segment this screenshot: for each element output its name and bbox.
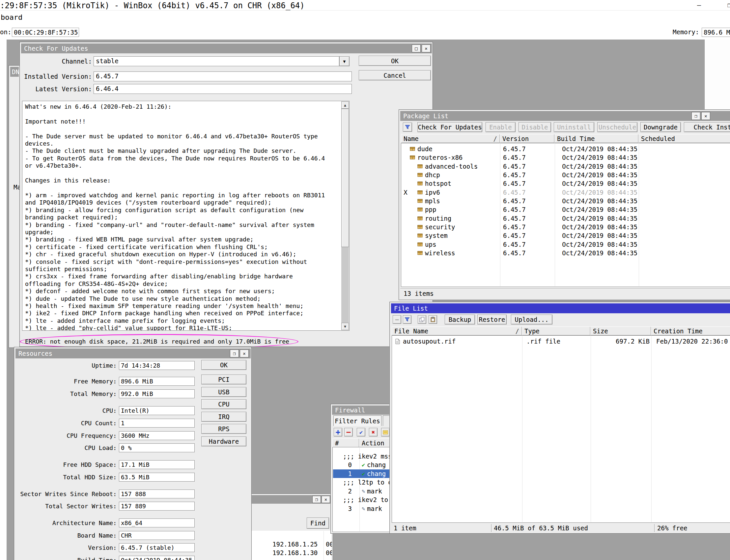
total-sector-writes-field[interactable]: 157 889 xyxy=(119,502,195,511)
dns-window-fragment: DN Ma xyxy=(9,65,20,348)
free-memory-field[interactable]: 896.6 MiB xyxy=(119,377,195,386)
cpu-field[interactable]: Intel(R) xyxy=(119,406,195,415)
pci-button[interactable]: PCI xyxy=(201,375,246,384)
disable-button[interactable]: Disable xyxy=(519,122,551,132)
tab-filter-rules[interactable]: Filter Rules xyxy=(333,415,381,426)
irq-button[interactable]: IRQ xyxy=(201,412,246,422)
table-row[interactable]: system6.45.7Oct/24/2019 08:44:35 xyxy=(402,231,730,240)
package-list-titlebar[interactable]: Package List ❐ ✕ xyxy=(400,111,730,121)
column-header-build-time[interactable]: Build Time xyxy=(554,134,638,143)
paste-button[interactable] xyxy=(429,315,437,324)
sector-writes-field[interactable]: 157 888 xyxy=(119,490,195,498)
channel-select[interactable]: stable xyxy=(94,56,339,66)
restore-button[interactable]: Restore xyxy=(477,315,507,324)
check-for-updates-titlebar[interactable]: Check For Updates □ ✕ xyxy=(21,43,432,53)
cpu-load-field[interactable]: 0 % xyxy=(119,443,195,452)
table-row[interactable]: wireless6.45.7Oct/24/2019 08:44:35 xyxy=(402,249,730,257)
column-header-version[interactable]: Version xyxy=(500,134,554,143)
restore-icon[interactable]: ❐ xyxy=(230,350,239,357)
table-row[interactable]: hotspot6.45.7Oct/24/2019 08:44:35 xyxy=(402,179,730,188)
table-row[interactable]: ppp6.45.7Oct/24/2019 08:44:35 xyxy=(402,205,730,214)
delete-file-button[interactable]: − xyxy=(393,315,401,324)
filter-icon[interactable] xyxy=(403,123,412,132)
scroll-down-icon[interactable]: ▼ xyxy=(341,323,349,330)
ok-button[interactable]: OK xyxy=(201,360,246,370)
uninstall-button[interactable]: Uninstall xyxy=(554,122,594,132)
disable-rule-button[interactable]: ✖ xyxy=(369,428,378,436)
channel-label: Channel: xyxy=(20,56,92,66)
build-time-field[interactable]: Oct/24/2019 08:44:35 xyxy=(119,556,195,560)
table-row[interactable]: mpls6.45.7Oct/24/2019 08:44:35 xyxy=(402,197,730,205)
filter-icon[interactable] xyxy=(403,315,411,324)
upload-button[interactable]: Upload... xyxy=(511,315,552,324)
installed-version-field[interactable]: 6.45.7 xyxy=(94,71,352,81)
table-row[interactable]: advanced-tools6.45.7Oct/24/2019 08:44:35 xyxy=(402,162,730,171)
close-icon[interactable]: ✕ xyxy=(240,350,249,357)
enable-rule-button[interactable]: ✔ xyxy=(357,428,365,436)
restore-icon[interactable]: ❐ xyxy=(312,496,321,503)
table-row[interactable]: ups6.45.7Oct/24/2019 08:44:35 xyxy=(402,240,730,249)
check-installation-button[interactable]: Check Insta xyxy=(684,122,730,132)
check-for-updates-button[interactable]: Check For Updates xyxy=(417,122,482,132)
menu-item-dashboard[interactable]: board xyxy=(1,13,22,21)
column-header-type[interactable]: Type xyxy=(522,326,590,335)
remove-rule-button[interactable]: − xyxy=(344,428,353,436)
table-row[interactable]: dhcp6.45.7Oct/24/2019 08:44:35 xyxy=(402,171,730,179)
hardware-button[interactable]: Hardware xyxy=(201,436,246,446)
total-memory-field[interactable]: 992.0 MiB xyxy=(119,389,195,398)
board-name-field[interactable]: CHR xyxy=(119,531,195,540)
package-icon xyxy=(417,216,423,221)
restore-icon[interactable]: ❐ xyxy=(691,112,700,120)
app-titlebar[interactable]: :29:8F:57:35 (MikroTik) - WinBox (64bit)… xyxy=(0,0,730,11)
scrollbar-thumb[interactable] xyxy=(341,109,349,247)
column-header-number[interactable]: # xyxy=(332,438,359,447)
resources-titlebar[interactable]: Resources ❐ ✕ xyxy=(15,349,251,358)
free-hdd-field[interactable]: 17.1 MiB xyxy=(119,460,195,469)
table-row[interactable]: security6.45.7Oct/24/2019 08:44:35 xyxy=(402,223,730,231)
downgrade-button[interactable]: Downgrade xyxy=(640,122,681,132)
resources-window: Resources ❐ ✕ Uptime:7d 14:34:28 Free Me… xyxy=(14,347,252,560)
cancel-button[interactable]: Cancel xyxy=(359,70,431,80)
total-hdd-field[interactable]: 63.5 MiB xyxy=(119,473,195,482)
cpu-button[interactable]: CPU xyxy=(201,399,246,409)
minimize-icon[interactable]: — xyxy=(693,0,705,10)
maximize-icon[interactable]: □ xyxy=(412,44,421,52)
column-header-file-name[interactable]: File Name / xyxy=(392,326,522,335)
uptime-field[interactable]: 7d 14:34:28 xyxy=(119,361,195,370)
copy-button[interactable] xyxy=(418,315,426,324)
column-header-creation-time[interactable]: Creation Time xyxy=(651,326,730,335)
changelog-scrollbar[interactable]: ▲ ▼ xyxy=(341,101,349,330)
file-list-titlebar[interactable]: File List xyxy=(391,303,730,313)
app-toolbar: on: 00:0C:29:8F:57:35 Memory: 896.6 Mi xyxy=(0,25,730,40)
find-button[interactable]: Find xyxy=(307,518,329,529)
close-icon[interactable]: ✕ xyxy=(701,112,710,120)
column-header-scheduled[interactable]: Scheduled xyxy=(638,134,730,143)
restore-icon[interactable]: ❐ xyxy=(723,0,730,10)
column-header-size[interactable]: Size xyxy=(590,326,651,335)
table-row[interactable]: autosupout.rif .rif file 697.2 KiB Feb/1… xyxy=(392,337,730,346)
table-row[interactable]: routing6.45.7Oct/24/2019 08:44:35 xyxy=(402,214,730,223)
add-rule-button[interactable]: + xyxy=(334,428,342,436)
comment-button[interactable] xyxy=(381,428,390,436)
close-icon[interactable]: ✕ xyxy=(322,496,330,503)
column-header-name[interactable]: Name / xyxy=(401,134,500,143)
rps-button[interactable]: RPS xyxy=(201,424,246,434)
dns-window-titlebar[interactable]: DN xyxy=(10,67,19,77)
table-row[interactable]: routeros-x866.45.7Oct/24/2019 08:44:35 xyxy=(402,153,730,162)
usb-button[interactable]: USB xyxy=(201,387,246,397)
table-row-ipv6-unscheduled[interactable]: Xipv66.45.7Oct/24/2019 08:44:35 xyxy=(402,188,730,197)
close-icon[interactable]: ✕ xyxy=(422,44,431,52)
ok-button[interactable]: OK xyxy=(359,56,431,66)
items-count-bar: 13 items xyxy=(400,288,730,298)
table-row[interactable]: dude6.45.7Oct/24/2019 08:44:35 xyxy=(402,145,730,153)
cpu-frequency-field[interactable]: 3600 MHz xyxy=(119,431,195,440)
backup-button[interactable]: Backup xyxy=(445,315,475,324)
channel-dropdown-icon[interactable]: ▼ xyxy=(339,56,350,66)
cpu-count-field[interactable]: 1 xyxy=(119,419,195,428)
latest-version-field[interactable]: 6.46.4 xyxy=(94,84,352,94)
enable-button[interactable]: Enable xyxy=(486,122,516,132)
version-field[interactable]: 6.45.7 (stable) xyxy=(119,543,195,552)
unschedule-button[interactable]: Unschedule xyxy=(597,122,637,132)
scroll-up-icon[interactable]: ▲ xyxy=(341,101,349,109)
architecture-field[interactable]: x86_64 xyxy=(119,518,195,527)
